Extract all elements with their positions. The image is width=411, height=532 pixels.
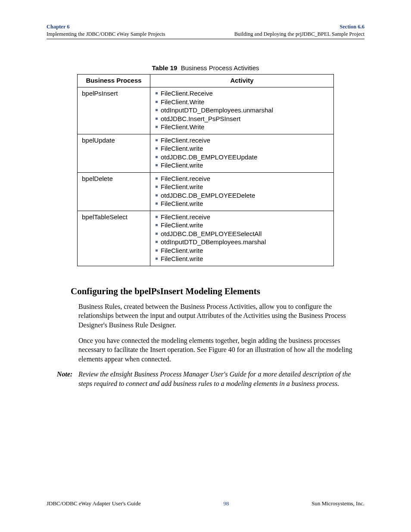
list-item: FileClient.write xyxy=(155,161,329,170)
table-row: bpelUpdateFileClient.receiveFileClient.w… xyxy=(78,134,334,172)
list-item: FileClient.Write xyxy=(155,123,329,131)
cell-activities: FileClient.receiveFileClient.writeotdJDB… xyxy=(150,172,334,211)
chapter-subtitle: Implementing the JDBC/ODBC eWay Sample P… xyxy=(47,31,165,38)
business-process-table: Business Process Activity bpelPsInsertFi… xyxy=(77,74,334,266)
body-paragraph: Business Rules, created between the Busi… xyxy=(78,302,364,330)
list-item: otdJDBC.DB_EMPLOYEEDelete xyxy=(155,191,329,200)
note-text: Review the eInsight Business Process Man… xyxy=(78,370,364,388)
section-heading: Configuring the bpelPsInsert Modeling El… xyxy=(71,286,364,297)
list-item: FileClient.write xyxy=(155,183,329,191)
list-item: FileClient.receive xyxy=(155,136,329,145)
col-activity: Activity xyxy=(150,74,334,87)
note-block: Note: Review the eInsight Business Proce… xyxy=(57,370,364,388)
footer-page-number: 98 xyxy=(223,500,229,507)
section-label: Section 6.6 xyxy=(234,23,364,31)
list-item: FileClient.write xyxy=(155,221,329,230)
list-item: FileClient.write xyxy=(155,144,329,153)
list-item: FileClient.Receive xyxy=(155,89,329,98)
cell-process: bpelUpdate xyxy=(78,134,150,172)
cell-activities: FileClient.receiveFileClient.writeotdJDB… xyxy=(150,134,334,172)
cell-activities: FileClient.receiveFileClient.writeotdJDB… xyxy=(150,211,334,266)
table-header-row: Business Process Activity xyxy=(78,74,334,87)
note-label: Note: xyxy=(57,370,78,388)
list-item: otdJDBC.Insert_PsPSInsert xyxy=(155,115,329,123)
cell-process: bpelTableSelect xyxy=(78,211,150,266)
list-item: otdInputDTD_DBemployees.unmarshal xyxy=(155,106,329,115)
list-item: otdJDBC.DB_EMPLOYEEUpdate xyxy=(155,153,329,162)
table-row: bpelTableSelectFileClient.receiveFileCli… xyxy=(78,211,334,266)
list-item: FileClient.write xyxy=(155,199,329,208)
body-paragraph: Once you have connected the modeling ele… xyxy=(78,336,364,364)
cell-process: bpelPsInsert xyxy=(78,87,150,134)
page-footer: JDBC/ODBC eWay Adapter User's Guide 98 S… xyxy=(47,500,364,507)
page-header: Chapter 6 Implementing the JDBC/ODBC eWa… xyxy=(47,23,364,38)
table-number: Table 19 xyxy=(152,64,177,72)
chapter-label: Chapter 6 xyxy=(47,23,165,31)
cell-activities: FileClient.ReceiveFileClient.WriteotdInp… xyxy=(150,87,334,134)
table-caption: Table 19 Business Process Activities xyxy=(47,64,364,72)
table-row: bpelPsInsertFileClient.ReceiveFileClient… xyxy=(78,87,334,134)
list-item: FileClient.receive xyxy=(155,213,329,221)
footer-company: Sun Microsystems, Inc. xyxy=(311,500,364,507)
table-title: Business Process Activities xyxy=(181,64,259,72)
list-item: FileClient.write xyxy=(155,246,329,255)
table-row: bpelDeleteFileClient.receiveFileClient.w… xyxy=(78,172,334,211)
list-item: FileClient.receive xyxy=(155,174,329,183)
list-item: FileClient.Write xyxy=(155,98,329,106)
header-rule xyxy=(47,39,364,39)
cell-process: bpelDelete xyxy=(78,172,150,211)
col-business-process: Business Process xyxy=(78,74,150,87)
section-subtitle: Building and Deploying the prjJDBC_BPEL … xyxy=(234,31,364,38)
list-item: FileClient.write xyxy=(155,255,329,263)
list-item: otdInputDTD_DBemployees.marshal xyxy=(155,238,329,246)
footer-doc-title: JDBC/ODBC eWay Adapter User's Guide xyxy=(47,500,141,507)
list-item: otdJDBC.DB_EMPLOYEESelectAll xyxy=(155,230,329,238)
